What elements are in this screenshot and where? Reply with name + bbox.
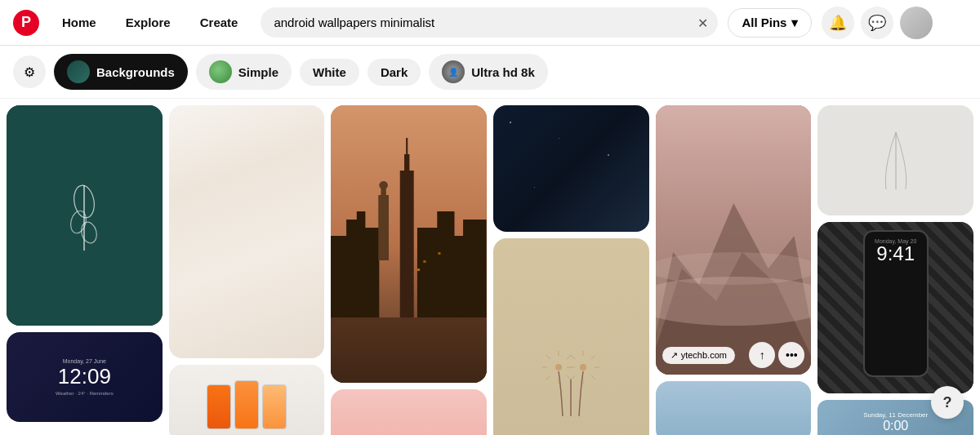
main-nav: Home Explore Create: [49, 9, 251, 36]
nyc-svg: [331, 105, 487, 383]
external-link-icon: ↗: [670, 350, 678, 361]
notification-button[interactable]: 🔔: [822, 7, 854, 39]
filter-toggle-button[interactable]: ⚙: [13, 55, 46, 88]
chip-label-dark: Dark: [381, 65, 408, 79]
pin-card-trust-god[interactable]: [169, 105, 325, 358]
pin-card-dark-blue[interactable]: [493, 105, 649, 232]
phone-widget-text: Weather · 24° · Reminders: [56, 391, 114, 396]
svg-line-40: [571, 375, 575, 380]
search-input[interactable]: [261, 7, 718, 38]
svg-rect-9: [364, 228, 380, 317]
pin-card-grey-light[interactable]: [817, 105, 973, 215]
column-6: Monday, May 20 9:41 Sunday, 11 December …: [817, 105, 973, 433]
phone-date-display: Monday, 27 June: [63, 358, 106, 364]
chevron-down-icon: ▾: [791, 16, 798, 30]
phone-time-weave: 9:41: [876, 244, 915, 264]
question-mark-icon: ?: [943, 394, 952, 411]
column-5: ↗ ytechb.com ↑ •••: [656, 105, 812, 433]
chip-image-simple: [209, 60, 232, 83]
sliders-icon: ⚙: [24, 64, 35, 80]
svg-point-45: [656, 252, 812, 285]
chip-label-simple: Simple: [238, 65, 278, 79]
iphone-mini-1: [207, 384, 231, 429]
filter-chip-ultra-hd[interactable]: 👤 Ultra hd 8k: [429, 54, 548, 90]
pin-card-mountain[interactable]: ↗ ytechb.com ↑ •••: [656, 105, 812, 375]
svg-line-41: [591, 375, 595, 380]
all-pins-button[interactable]: All Pins ▾: [728, 8, 812, 38]
needle-art-svg: [880, 128, 912, 193]
mountain-svg: [656, 105, 812, 375]
nav-create[interactable]: Create: [187, 9, 252, 36]
chip-image-ultra-hd: 👤: [442, 60, 465, 83]
chip-label-white: White: [313, 65, 346, 79]
pinterest-logo[interactable]: P: [13, 10, 39, 36]
filter-bar: ⚙ Backgrounds Simple White Dark 👤 Ultra …: [0, 46, 980, 99]
search-clear-button[interactable]: ✕: [697, 15, 708, 30]
upload-button-mountain[interactable]: ↑: [749, 342, 775, 368]
pins-grid: Monday, 27 June 12:09 Weather · 24° · Re…: [0, 99, 980, 435]
all-pins-label: All Pins: [742, 16, 786, 29]
more-button-mountain[interactable]: •••: [778, 342, 804, 368]
svg-point-32: [555, 364, 562, 371]
pin-card-pink[interactable]: [331, 389, 487, 435]
svg-rect-13: [379, 195, 390, 260]
svg-line-29: [567, 355, 571, 359]
filter-chip-simple[interactable]: Simple: [196, 54, 292, 90]
pin-card-dark-weave[interactable]: Monday, May 20 9:41: [817, 222, 973, 393]
help-button[interactable]: ?: [931, 386, 964, 419]
leaf-svg: [62, 177, 107, 255]
svg-point-15: [380, 181, 389, 189]
svg-line-39: [591, 355, 595, 359]
pin-card-nyc[interactable]: [331, 105, 487, 383]
svg-rect-22: [439, 252, 441, 255]
svg-line-28: [546, 355, 550, 359]
filter-chip-backgrounds[interactable]: Backgrounds: [54, 54, 188, 90]
source-badge-mountain: ↗ ytechb.com: [662, 347, 735, 364]
svg-point-3: [79, 220, 99, 245]
iphone-mini-2: [234, 380, 259, 429]
bell-icon: 🔔: [829, 14, 847, 32]
search-bar: ✕: [261, 7, 718, 38]
phone-december-text: Sunday, 11 December 0:00: [863, 411, 928, 433]
filter-chip-white[interactable]: White: [300, 59, 359, 86]
chat-icon: 💬: [868, 14, 886, 32]
header: P Home Explore Create ✕ All Pins ▾ 🔔 💬: [0, 0, 980, 46]
svg-point-42: [580, 364, 586, 371]
pin-card-phone-lock[interactable]: Monday, 27 June 12:09 Weather · 24° · Re…: [7, 332, 163, 422]
svg-line-31: [567, 375, 571, 380]
column-1: Monday, 27 June 12:09 Weather · 24° · Re…: [7, 105, 163, 433]
messages-button[interactable]: 💬: [861, 7, 893, 39]
dandelion-svg: [538, 290, 604, 420]
column-2: [169, 105, 325, 433]
nav-explore[interactable]: Explore: [113, 9, 184, 36]
chip-label-ultra-hd: Ultra hd 8k: [471, 65, 535, 79]
pin-card-dandelion[interactable]: [493, 238, 649, 435]
svg-rect-5: [331, 317, 487, 383]
nav-home[interactable]: Home: [49, 9, 109, 36]
trust-god-text: [169, 105, 325, 358]
column-3: [331, 105, 487, 433]
svg-line-38: [571, 355, 575, 359]
svg-rect-6: [331, 236, 348, 317]
svg-rect-12: [407, 138, 408, 187]
svg-rect-20: [417, 269, 420, 271]
svg-rect-19: [463, 220, 487, 317]
svg-rect-21: [424, 260, 426, 263]
pin-card-iphone-3[interactable]: [169, 365, 325, 435]
chip-label-backgrounds: Backgrounds: [96, 65, 175, 79]
masonry-layout: Monday, 27 June 12:09 Weather · 24° · Re…: [7, 105, 973, 433]
header-icons: 🔔 💬: [822, 7, 933, 39]
pin-card-leaf[interactable]: [7, 105, 163, 326]
svg-rect-16: [417, 228, 439, 317]
svg-rect-18: [452, 236, 466, 317]
chip-image-backgrounds: [67, 60, 90, 83]
pin-card-phone-widget-bottom[interactable]: [656, 381, 812, 435]
avatar[interactable]: [900, 7, 933, 39]
phone-time-display: 12:09: [58, 364, 111, 389]
column-4: [493, 105, 649, 433]
iphone-mini-3: [262, 384, 287, 429]
filter-chip-dark[interactable]: Dark: [368, 59, 421, 86]
svg-line-30: [546, 375, 550, 380]
